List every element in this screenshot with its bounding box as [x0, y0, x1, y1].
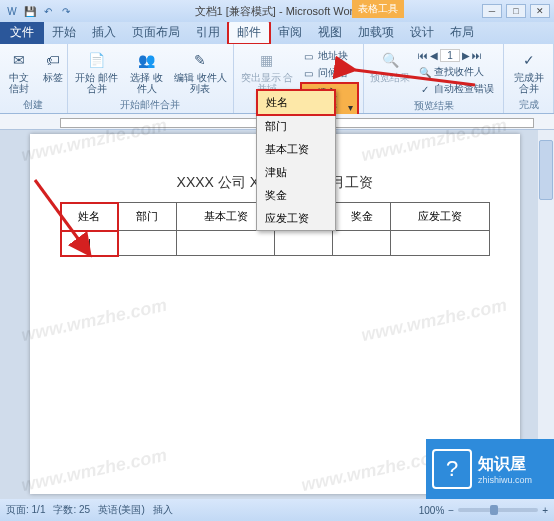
tab-layout[interactable]: 页面布局 [124, 21, 188, 44]
address-icon: ▭ [302, 49, 316, 63]
label-icon: 🏷 [43, 50, 63, 70]
group-label-create: 创建 [4, 96, 63, 112]
close-button[interactable]: ✕ [530, 4, 550, 18]
tab-file[interactable]: 文件 [0, 21, 44, 44]
zoom-value[interactable]: 100% [419, 505, 445, 516]
finish-icon: ✓ [519, 50, 539, 70]
btn-select-recipients[interactable]: 👥 选择 收件人 [126, 48, 168, 96]
brand-box: ? 知识屋 zhishiwu.com [426, 439, 554, 499]
brand-subtitle: zhishiwu.com [478, 475, 532, 485]
btn-find-recipient[interactable]: 🔍查找收件人 [416, 64, 496, 80]
undo-icon[interactable]: ↶ [40, 3, 56, 19]
scroll-thumb[interactable] [539, 140, 553, 200]
tab-insert[interactable]: 插入 [84, 21, 124, 44]
zoom-thumb[interactable] [490, 505, 498, 515]
highlight-icon: ▦ [257, 50, 277, 70]
group-label-preview: 预览结果 [368, 97, 499, 113]
btn-chinese-envelope[interactable]: ✉ 中文信封 [4, 48, 34, 96]
status-lang[interactable]: 英语(美国) [98, 503, 145, 517]
dropdown-item-total[interactable]: 应发工资 [257, 207, 335, 230]
tab-references[interactable]: 引用 [188, 21, 228, 44]
header-name[interactable]: 姓名 [61, 203, 119, 231]
status-bar: 页面: 1/1 字数: 25 英语(美国) 插入 100% − + [0, 499, 554, 521]
status-words[interactable]: 字数: 25 [53, 503, 90, 517]
dropdown-item-bonus[interactable]: 奖金 [257, 184, 335, 207]
tab-review[interactable]: 审阅 [270, 21, 310, 44]
group-create: ✉ 中文信封 🏷 标签 创建 [0, 44, 68, 113]
cell-base[interactable] [176, 231, 275, 256]
tab-view[interactable]: 视图 [310, 21, 350, 44]
tab-home[interactable]: 开始 [44, 21, 84, 44]
zoom-controls: 100% − + [419, 505, 548, 516]
record-number[interactable]: 1 [440, 49, 460, 62]
check-icon: ✓ [418, 82, 432, 96]
quick-access-toolbar: W 💾 ↶ ↷ [0, 3, 78, 19]
brand-icon: ? [432, 449, 472, 489]
prev-icon[interactable]: ◀ [430, 50, 438, 61]
minimize-button[interactable]: ─ [482, 4, 502, 18]
redo-icon[interactable]: ↷ [58, 3, 74, 19]
table-data-row [61, 231, 490, 256]
zoom-slider[interactable] [458, 508, 538, 512]
btn-labels[interactable]: 🏷 标签 [38, 48, 68, 85]
record-nav[interactable]: ⏮ ◀ 1 ▶ ⏭ [416, 48, 496, 63]
dropdown-item-base-salary[interactable]: 基本工资 [257, 138, 335, 161]
group-label-start: 开始邮件合并 [72, 96, 229, 112]
status-mode[interactable]: 插入 [153, 503, 173, 517]
group-label-finish: 完成 [508, 96, 549, 112]
brand-title: 知识屋 [478, 454, 532, 475]
last-icon[interactable]: ⏭ [472, 50, 482, 61]
merge-field-dropdown: 姓名 部门 基本工资 津贴 奖金 应发工资 [256, 89, 336, 231]
edit-list-icon: ✎ [190, 50, 210, 70]
recipients-icon: 👥 [137, 50, 157, 70]
dropdown-item-allowance[interactable]: 津贴 [257, 161, 335, 184]
btn-auto-check[interactable]: ✓自动检查错误 [416, 81, 496, 97]
tab-design[interactable]: 设计 [402, 21, 442, 44]
preview-icon: 🔍 [380, 50, 400, 70]
cell-dept[interactable] [118, 231, 176, 256]
merge-icon: 📄 [87, 50, 107, 70]
btn-address-block[interactable]: ▭地址块 [300, 48, 359, 64]
header-total[interactable]: 应发工资 [391, 203, 490, 231]
btn-greeting[interactable]: ▭问候语 [300, 65, 359, 81]
window-title: 文档1 [兼容模式] - Microsoft Word [195, 4, 360, 19]
first-icon[interactable]: ⏮ [418, 50, 428, 61]
dropdown-item-dept[interactable]: 部门 [257, 115, 335, 138]
greeting-icon: ▭ [302, 66, 316, 80]
dropdown-item-name[interactable]: 姓名 [256, 89, 336, 116]
group-preview: 🔍 预览结果 ⏮ ◀ 1 ▶ ⏭ 🔍查找收件人 ✓自动检查错误 预览结果 [364, 44, 504, 113]
find-icon: 🔍 [418, 65, 432, 79]
tab-mailings[interactable]: 邮件 [228, 20, 270, 44]
header-dept[interactable]: 部门 [118, 203, 176, 231]
chevron-down-icon: ▾ [348, 102, 353, 113]
cell-total[interactable] [391, 231, 490, 256]
ribbon-tabs: 文件 开始 插入 页面布局 引用 邮件 审阅 视图 加载项 设计 布局 [0, 22, 554, 44]
envelope-icon: ✉ [9, 50, 29, 70]
btn-edit-recipients[interactable]: ✎ 编辑 收件人列表 [172, 48, 229, 96]
btn-finish-merge[interactable]: ✓ 完成并合并 [508, 48, 549, 96]
cell-bonus[interactable] [333, 231, 391, 256]
next-icon[interactable]: ▶ [462, 50, 470, 61]
cell-allowance[interactable] [275, 231, 333, 256]
zoom-out-icon[interactable]: − [448, 505, 454, 516]
maximize-button[interactable]: □ [506, 4, 526, 18]
group-finish: ✓ 完成并合并 完成 [504, 44, 554, 113]
title-bar: W 💾 ↶ ↷ 文档1 [兼容模式] - Microsoft Word 表格工具… [0, 0, 554, 22]
contextual-tab-label: 表格工具 [352, 0, 404, 18]
status-page[interactable]: 页面: 1/1 [6, 503, 45, 517]
header-bonus[interactable]: 奖金 [333, 203, 391, 231]
window-controls: ─ □ ✕ [482, 4, 550, 18]
word-icon: W [4, 3, 20, 19]
save-icon[interactable]: 💾 [22, 3, 38, 19]
group-start-merge: 📄 开始 邮件合并 👥 选择 收件人 ✎ 编辑 收件人列表 开始邮件合并 [68, 44, 234, 113]
tab-addins[interactable]: 加载项 [350, 21, 402, 44]
zoom-in-icon[interactable]: + [542, 505, 548, 516]
btn-start-merge[interactable]: 📄 开始 邮件合并 [72, 48, 122, 96]
cell-name[interactable] [61, 231, 119, 256]
btn-preview-results[interactable]: 🔍 预览结果 [368, 48, 412, 85]
tab-table-layout[interactable]: 布局 [442, 21, 482, 44]
